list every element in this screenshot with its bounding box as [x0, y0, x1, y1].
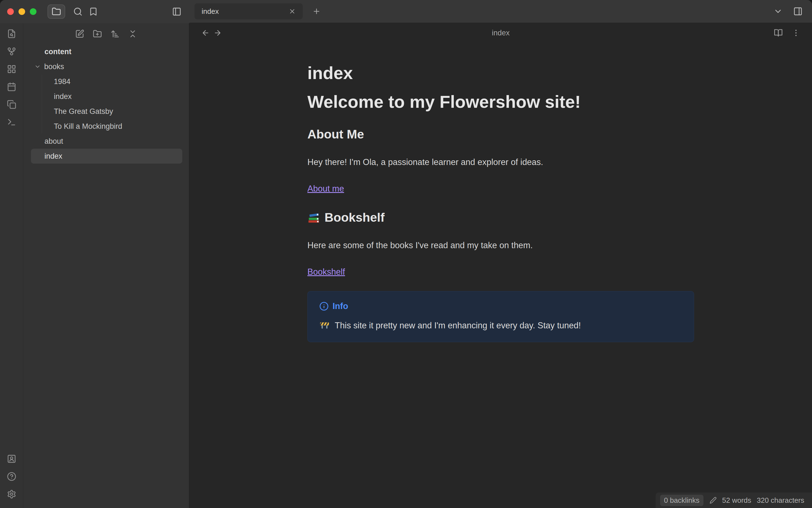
vault-root-folder[interactable]: content [31, 44, 182, 59]
word-count-group[interactable]: 52 words 320 characters [710, 496, 804, 505]
file-label: 1984 [54, 77, 70, 86]
books-children: 1984 index The Great Gatsby To Kill a Mo… [23, 74, 189, 134]
terminal-button[interactable] [3, 113, 20, 131]
file-to-kill-a-mockingbird[interactable]: To Kill a Mockingbird [31, 119, 182, 134]
note-title-h1: index [307, 63, 694, 83]
title-bar-left [0, 0, 189, 23]
file-1984[interactable]: 1984 [31, 74, 182, 89]
info-icon [319, 301, 329, 311]
vault-root-label: content [44, 47, 71, 56]
file-label: index [44, 152, 62, 161]
tab-label: index [202, 7, 287, 16]
new-note-button[interactable] [71, 26, 88, 41]
new-folder-button[interactable] [88, 26, 106, 41]
editor-body[interactable]: index Welcome to my Flowershow site! Abo… [189, 43, 812, 508]
panel-left-icon [172, 7, 182, 16]
help-button[interactable] [3, 468, 20, 485]
file-books-index[interactable]: index [31, 89, 182, 104]
file-search-button[interactable] [3, 25, 20, 43]
title-bar: index [0, 0, 812, 23]
status-bar: 0 backlinks 52 words 320 characters [656, 493, 812, 508]
workspace: content books 1984 index The Great Gatsb… [0, 23, 812, 508]
pencil-icon [710, 497, 717, 504]
file-label: To Kill a Mockingbird [54, 122, 122, 131]
canvas-button[interactable] [3, 60, 20, 78]
copy-icon [7, 100, 16, 109]
editor-header-actions [772, 27, 802, 39]
bookmarks-button[interactable] [86, 4, 101, 19]
about-me-link[interactable]: About me [307, 184, 344, 194]
about-me-paragraph: Hey there! I'm Ola, a passionate learner… [307, 156, 694, 169]
books-emoji-icon [307, 211, 320, 224]
folder-books[interactable]: books [31, 59, 182, 74]
chevron-down-icon[interactable] [34, 63, 41, 70]
file-label: The Great Gatsby [54, 107, 113, 116]
file-about[interactable]: about [31, 134, 182, 149]
toggle-right-sidebar-button[interactable] [791, 4, 805, 18]
about-me-heading: About Me [307, 127, 694, 142]
about-link-line: About me [307, 183, 694, 195]
gear-icon [7, 490, 16, 499]
obsidian-window: index [0, 0, 812, 508]
word-count: 52 words [722, 496, 752, 505]
backlinks-count[interactable]: 0 backlinks [660, 495, 704, 506]
close-window-button[interactable] [7, 8, 14, 15]
close-tab-button[interactable] [287, 6, 298, 17]
new-tab-button[interactable] [309, 4, 324, 18]
callout-title-row: Info [319, 301, 682, 311]
file-label: index [54, 92, 72, 101]
toggle-left-sidebar-button[interactable] [169, 4, 185, 19]
tab-bar-right-controls [771, 4, 812, 18]
folder-plus-icon [93, 29, 102, 38]
callout-body-text: This site it pretty new and I'm enhancin… [335, 321, 581, 330]
arrow-right-icon [213, 29, 222, 37]
panel-right-icon [793, 7, 803, 16]
welcome-heading: Welcome to my Flowershow site! [307, 92, 694, 112]
file-label: about [44, 137, 63, 146]
more-vertical-icon [792, 29, 800, 37]
file-index-selected[interactable]: index [31, 149, 182, 164]
tab-list-button[interactable] [771, 4, 785, 18]
navigate-forward-button[interactable] [211, 27, 224, 39]
sort-order-button[interactable] [106, 26, 124, 41]
book-open-icon [774, 29, 783, 37]
calendar-icon [7, 82, 16, 91]
new-note-icon [75, 29, 84, 38]
terminal-icon [7, 118, 16, 127]
collapse-all-button[interactable] [124, 26, 141, 41]
bookshelf-paragraph: Here are some of the books I've read and… [307, 239, 694, 252]
vault-switcher-button[interactable] [3, 450, 20, 468]
tab-index[interactable]: index [194, 3, 303, 19]
zoom-window-button[interactable] [30, 8, 37, 15]
tab-bar: index [189, 0, 812, 23]
graph-icon [7, 47, 16, 56]
quick-search-button[interactable] [70, 4, 86, 19]
navigate-back-button[interactable] [199, 27, 211, 39]
callout-body: This site it pretty new and I'm enhancin… [319, 320, 682, 332]
character-count: 320 characters [757, 496, 804, 505]
daily-note-button[interactable] [3, 78, 20, 96]
note-title-breadcrumb: index [189, 29, 812, 37]
folder-icon [52, 7, 61, 16]
bookshelf-link-line: Bookshelf [307, 266, 694, 278]
close-icon [289, 8, 296, 15]
graph-view-button[interactable] [3, 43, 20, 60]
plus-icon [313, 7, 321, 15]
bookshelf-heading-text: Bookshelf [325, 210, 385, 225]
help-icon [7, 472, 16, 481]
explorer-toolbar [23, 23, 189, 44]
collapse-all-icon [128, 29, 137, 38]
minimize-window-button[interactable] [18, 8, 25, 15]
bookshelf-link[interactable]: Bookshelf [307, 267, 345, 277]
settings-button[interactable] [3, 485, 20, 503]
bookshelf-heading: Bookshelf [307, 210, 694, 225]
more-options-button[interactable] [790, 27, 802, 39]
file-search-icon [7, 29, 16, 38]
templates-button[interactable] [3, 96, 20, 113]
file-the-great-gatsby[interactable]: The Great Gatsby [31, 104, 182, 119]
search-icon [73, 7, 83, 16]
reading-view-button[interactable] [772, 27, 784, 39]
construction-emoji-icon [319, 320, 330, 330]
bookmark-icon [89, 7, 98, 16]
vault-folder-button[interactable] [48, 4, 65, 19]
